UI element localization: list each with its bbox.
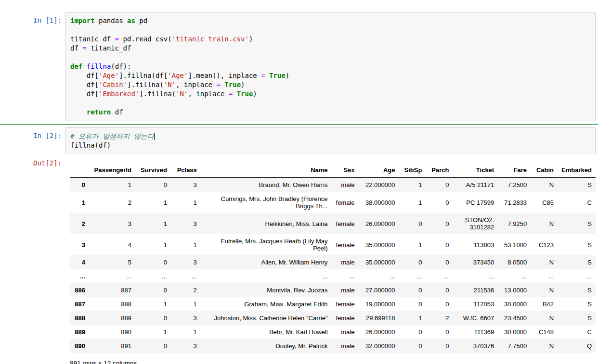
table-cell: 0 — [135, 283, 171, 297]
table-row: 88688702Montvila, Rev. Juozasmale27.0000… — [70, 283, 596, 297]
code-token: ].fillna(df[ — [119, 72, 168, 79]
table-cell: S — [558, 311, 596, 325]
table-cell: 27.000000 — [359, 283, 399, 297]
code-token: = — [261, 72, 265, 79]
table-cell: 2 — [89, 192, 135, 213]
table-cell: Graham, Miss. Margaret Edith — [201, 297, 332, 311]
row-index: 889 — [70, 325, 89, 339]
table-row: 88888903Johnston, Miss. Catherine Helen … — [70, 311, 596, 325]
table-cell: 3 — [171, 311, 201, 325]
code-token: ].fillna( — [139, 90, 176, 98]
code-line: df['Embarked'].fillna('N', inplace = Tru… — [70, 89, 590, 99]
table-cell: 0 — [135, 339, 171, 353]
table-cell: ... — [89, 269, 135, 283]
table-cell: male — [332, 339, 359, 353]
column-header: Ticket — [453, 163, 498, 177]
table-cell: 111369 — [453, 325, 498, 339]
column-header: Survived — [135, 163, 171, 177]
code-token: df[ — [70, 72, 99, 79]
table-cell: ... — [359, 269, 399, 283]
row-index: 1 — [70, 192, 89, 213]
code-token — [265, 72, 269, 79]
table-cell: 0 — [426, 192, 453, 213]
code-token: (df): — [111, 63, 131, 70]
table-cell: N — [531, 339, 558, 353]
column-header: SibSp — [399, 163, 426, 177]
table-cell: 1 — [135, 213, 171, 234]
table-cell: 7.9250 — [498, 213, 531, 234]
table-cell: 38.000000 — [359, 192, 399, 213]
table-cell: 0 — [135, 177, 171, 192]
row-index: ... — [70, 269, 89, 283]
table-cell: 373450 — [453, 255, 498, 269]
code-token: 'Cabin' — [99, 81, 127, 88]
code-line: df = titanic_df — [70, 44, 590, 53]
column-header: Sex — [332, 163, 359, 177]
table-cell: ... — [426, 269, 453, 283]
code-token — [82, 63, 86, 70]
input-prompt-1: In [1]: — [0, 12, 65, 25]
table-row: 0103Braund, Mr. Owen Harrismale22.000000… — [70, 177, 596, 192]
table-cell: 1 — [171, 325, 201, 339]
table-cell: female — [332, 311, 359, 325]
table-cell: N — [531, 311, 558, 325]
table-cell: 0 — [426, 297, 453, 311]
table-cell: 0 — [426, 177, 453, 192]
index-header — [70, 163, 89, 177]
code-token — [70, 108, 87, 116]
table-cell: 5 — [89, 255, 135, 269]
table-cell: 0 — [399, 325, 426, 339]
table-cell: 30.0000 — [498, 325, 531, 339]
table-cell: 1 — [135, 325, 171, 339]
code-token: pandas — [95, 17, 127, 25]
code-token: df — [111, 108, 123, 116]
code-token: fillna — [87, 63, 111, 70]
table-cell: Heikkinen, Miss. Laina — [201, 213, 332, 234]
table-cell: W./C. 6607 — [453, 311, 498, 325]
table-cell: 0 — [426, 339, 453, 353]
dataframe-table: PassengerIdSurvivedPclassNameSexAgeSibSp… — [70, 163, 596, 353]
table-cell: 1 — [89, 177, 135, 192]
table-cell: 32.000000 — [359, 339, 399, 353]
table-cell: female — [332, 213, 359, 234]
row-index: 0 — [70, 177, 89, 192]
code-line — [70, 53, 590, 62]
code-line: # 오류가 발생하지 않는다 — [70, 132, 590, 141]
code-token: fillna(df) — [70, 141, 111, 149]
table-cell: C85 — [531, 192, 558, 213]
table-cell: male — [332, 325, 359, 339]
table-cell: 1 — [399, 234, 426, 255]
table-cell: male — [332, 255, 359, 269]
code-token: 'Embarked' — [99, 90, 139, 98]
table-cell: 35.000000 — [359, 234, 399, 255]
table-cell: Dooley, Mr. Patrick — [201, 339, 332, 353]
table-cell: 35.000000 — [359, 255, 399, 269]
table-row: 89089103Dooley, Mr. Patrickmale32.000000… — [70, 339, 596, 353]
table-cell: Braund, Mr. Owen Harris — [201, 177, 332, 192]
code-input-2[interactable]: # 오류가 발생하지 않는다fillna(df) — [65, 127, 596, 154]
code-line: def fillna(df): — [70, 62, 590, 71]
code-token: True — [224, 81, 241, 88]
code-token — [233, 90, 236, 98]
column-header: Fare — [498, 163, 531, 177]
row-index: 4 — [70, 255, 89, 269]
table-cell: A/5 21171 — [453, 177, 498, 192]
table-cell: 0 — [399, 297, 426, 311]
code-token: ) — [286, 72, 289, 79]
code-line: fillna(df) — [70, 141, 590, 150]
table-cell: Futrelle, Mrs. Jacques Heath (Lily May P… — [201, 234, 332, 255]
table-cell: 7.7500 — [498, 339, 531, 353]
table-row: 4503Allen, Mr. William Henrymale35.00000… — [70, 255, 596, 269]
column-header: Cabin — [531, 163, 558, 177]
code-token: = — [82, 44, 86, 52]
table-cell: 22.000000 — [359, 177, 399, 192]
output-prompt-2: Out[2]: — [0, 158, 65, 364]
code-input-1[interactable]: import pandas as pd titanic_df = pd.read… — [65, 12, 596, 121]
input-prompt-2: In [2]: — [0, 127, 65, 140]
table-cell: 1 — [135, 192, 171, 213]
table-cell: 891 — [89, 339, 135, 353]
code-line: df['Cabin'].fillna('N', inplace = True) — [70, 80, 590, 89]
table-cell: S — [558, 255, 596, 269]
table-cell: C — [558, 192, 596, 213]
table-cell: 890 — [89, 325, 135, 339]
